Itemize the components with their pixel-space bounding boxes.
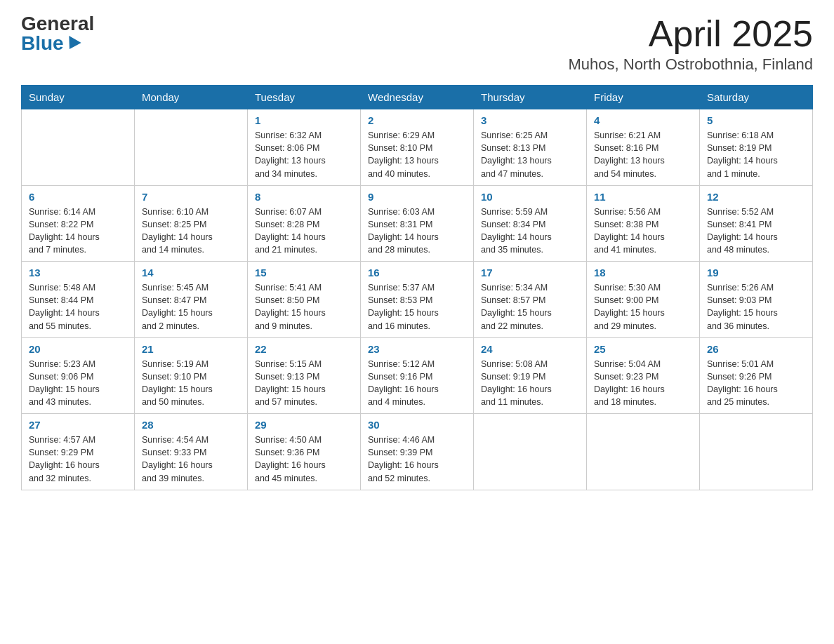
calendar-cell: 10Sunrise: 5:59 AMSunset: 8:34 PMDayligh… [474,185,587,262]
day-info: Sunrise: 5:37 AMSunset: 8:53 PMDaylight:… [368,281,466,333]
day-number: 2 [368,114,466,126]
day-number: 19 [707,267,805,279]
day-info: Sunrise: 6:03 AMSunset: 8:31 PMDaylight:… [368,206,466,257]
day-info: Sunrise: 5:08 AMSunset: 9:19 PMDaylight:… [481,358,579,409]
calendar-cell: 24Sunrise: 5:08 AMSunset: 9:19 PMDayligh… [474,337,587,414]
day-number: 16 [368,267,466,279]
calendar-cell: 26Sunrise: 5:01 AMSunset: 9:26 PMDayligh… [700,337,813,414]
calendar-cell [587,414,700,490]
day-number: 23 [368,343,466,355]
day-info: Sunrise: 5:41 AMSunset: 8:50 PMDaylight:… [255,281,353,333]
day-info: Sunrise: 5:23 AMSunset: 9:06 PMDaylight:… [29,358,127,409]
weekday-header-tuesday: Tuesday [248,86,361,109]
calendar-cell: 30Sunrise: 4:46 AMSunset: 9:39 PMDayligh… [361,414,474,490]
page-header: General Blue April 2025 Muhos, North Ost… [21,14,813,74]
calendar-cell: 5Sunrise: 6:18 AMSunset: 8:19 PMDaylight… [700,109,813,186]
day-number: 6 [29,191,127,203]
day-number: 12 [707,191,805,203]
calendar-cell: 19Sunrise: 5:26 AMSunset: 9:03 PMDayligh… [700,262,813,338]
calendar-week-row: 13Sunrise: 5:48 AMSunset: 8:44 PMDayligh… [22,262,813,338]
day-info: Sunrise: 5:04 AMSunset: 9:23 PMDaylight:… [594,358,692,409]
month-title: April 2025 [568,14,813,54]
day-number: 4 [594,114,692,126]
day-info: Sunrise: 6:10 AMSunset: 8:25 PMDaylight:… [142,206,240,257]
day-number: 26 [707,343,805,355]
weekday-header-row: SundayMondayTuesdayWednesdayThursdayFrid… [22,86,813,109]
calendar-week-row: 1Sunrise: 6:32 AMSunset: 8:06 PMDaylight… [22,109,813,186]
day-number: 24 [481,343,579,355]
day-info: Sunrise: 6:18 AMSunset: 8:19 PMDaylight:… [707,129,805,180]
weekday-header-monday: Monday [135,86,248,109]
day-number: 1 [255,114,353,126]
day-info: Sunrise: 5:34 AMSunset: 8:57 PMDaylight:… [481,281,579,333]
calendar-cell: 11Sunrise: 5:56 AMSunset: 8:38 PMDayligh… [587,185,700,262]
calendar-cell: 27Sunrise: 4:57 AMSunset: 9:29 PMDayligh… [22,414,135,490]
day-number: 15 [255,267,353,279]
calendar-cell: 21Sunrise: 5:19 AMSunset: 9:10 PMDayligh… [135,337,248,414]
calendar-cell: 9Sunrise: 6:03 AMSunset: 8:31 PMDaylight… [361,185,474,262]
day-number: 13 [29,267,127,279]
day-number: 14 [142,267,240,279]
day-info: Sunrise: 6:32 AMSunset: 8:06 PMDaylight:… [255,129,353,180]
day-number: 9 [368,191,466,203]
day-number: 21 [142,343,240,355]
calendar-cell: 1Sunrise: 6:32 AMSunset: 8:06 PMDaylight… [248,109,361,186]
day-info: Sunrise: 5:15 AMSunset: 9:13 PMDaylight:… [255,358,353,409]
day-info: Sunrise: 5:12 AMSunset: 9:16 PMDaylight:… [368,358,466,409]
calendar-cell: 13Sunrise: 5:48 AMSunset: 8:44 PMDayligh… [22,262,135,338]
day-info: Sunrise: 5:48 AMSunset: 8:44 PMDaylight:… [29,281,127,333]
day-number: 7 [142,191,240,203]
day-number: 10 [481,191,579,203]
calendar-week-row: 27Sunrise: 4:57 AMSunset: 9:29 PMDayligh… [22,414,813,490]
weekday-header-thursday: Thursday [474,86,587,109]
calendar-cell: 23Sunrise: 5:12 AMSunset: 9:16 PMDayligh… [361,337,474,414]
title-section: April 2025 Muhos, North Ostrobothnia, Fi… [568,14,813,74]
day-info: Sunrise: 4:54 AMSunset: 9:33 PMDaylight:… [142,434,240,485]
location-subtitle: Muhos, North Ostrobothnia, Finland [568,55,813,74]
calendar-cell: 15Sunrise: 5:41 AMSunset: 8:50 PMDayligh… [248,262,361,338]
calendar-cell: 2Sunrise: 6:29 AMSunset: 8:10 PMDaylight… [361,109,474,186]
calendar-cell: 8Sunrise: 6:07 AMSunset: 8:28 PMDaylight… [248,185,361,262]
calendar-cell [135,109,248,186]
day-info: Sunrise: 5:52 AMSunset: 8:41 PMDaylight:… [707,206,805,257]
day-info: Sunrise: 5:45 AMSunset: 8:47 PMDaylight:… [142,281,240,333]
calendar-cell [474,414,587,490]
calendar-week-row: 6Sunrise: 6:14 AMSunset: 8:22 PMDaylight… [22,185,813,262]
calendar-cell: 12Sunrise: 5:52 AMSunset: 8:41 PMDayligh… [700,185,813,262]
calendar-cell: 28Sunrise: 4:54 AMSunset: 9:33 PMDayligh… [135,414,248,490]
day-info: Sunrise: 4:46 AMSunset: 9:39 PMDaylight:… [368,434,466,485]
calendar-cell: 7Sunrise: 6:10 AMSunset: 8:25 PMDaylight… [135,185,248,262]
logo-triangle-icon [63,36,81,53]
logo: General Blue [21,14,94,53]
calendar-week-row: 20Sunrise: 5:23 AMSunset: 9:06 PMDayligh… [22,337,813,414]
day-info: Sunrise: 4:50 AMSunset: 9:36 PMDaylight:… [255,434,353,485]
day-number: 11 [594,191,692,203]
day-info: Sunrise: 5:26 AMSunset: 9:03 PMDaylight:… [707,281,805,333]
calendar-cell [700,414,813,490]
day-number: 30 [368,419,466,431]
calendar-table: SundayMondayTuesdayWednesdayThursdayFrid… [21,85,813,490]
day-number: 5 [707,114,805,126]
day-info: Sunrise: 6:14 AMSunset: 8:22 PMDaylight:… [29,206,127,257]
weekday-header-wednesday: Wednesday [361,86,474,109]
day-info: Sunrise: 5:56 AMSunset: 8:38 PMDaylight:… [594,206,692,257]
weekday-header-sunday: Sunday [22,86,135,109]
calendar-cell: 18Sunrise: 5:30 AMSunset: 9:00 PMDayligh… [587,262,700,338]
calendar-cell: 6Sunrise: 6:14 AMSunset: 8:22 PMDaylight… [22,185,135,262]
day-number: 28 [142,419,240,431]
calendar-cell: 20Sunrise: 5:23 AMSunset: 9:06 PMDayligh… [22,337,135,414]
day-info: Sunrise: 6:29 AMSunset: 8:10 PMDaylight:… [368,129,466,180]
logo-blue: Blue [21,34,79,53]
logo-general: General [21,14,94,34]
day-info: Sunrise: 5:30 AMSunset: 9:00 PMDaylight:… [594,281,692,333]
calendar-cell: 17Sunrise: 5:34 AMSunset: 8:57 PMDayligh… [474,262,587,338]
day-number: 25 [594,343,692,355]
calendar-cell [22,109,135,186]
day-info: Sunrise: 6:25 AMSunset: 8:13 PMDaylight:… [481,129,579,180]
day-info: Sunrise: 5:19 AMSunset: 9:10 PMDaylight:… [142,358,240,409]
day-number: 29 [255,419,353,431]
calendar-cell: 16Sunrise: 5:37 AMSunset: 8:53 PMDayligh… [361,262,474,338]
day-info: Sunrise: 5:01 AMSunset: 9:26 PMDaylight:… [707,358,805,409]
day-info: Sunrise: 4:57 AMSunset: 9:29 PMDaylight:… [29,434,127,485]
calendar-cell: 22Sunrise: 5:15 AMSunset: 9:13 PMDayligh… [248,337,361,414]
